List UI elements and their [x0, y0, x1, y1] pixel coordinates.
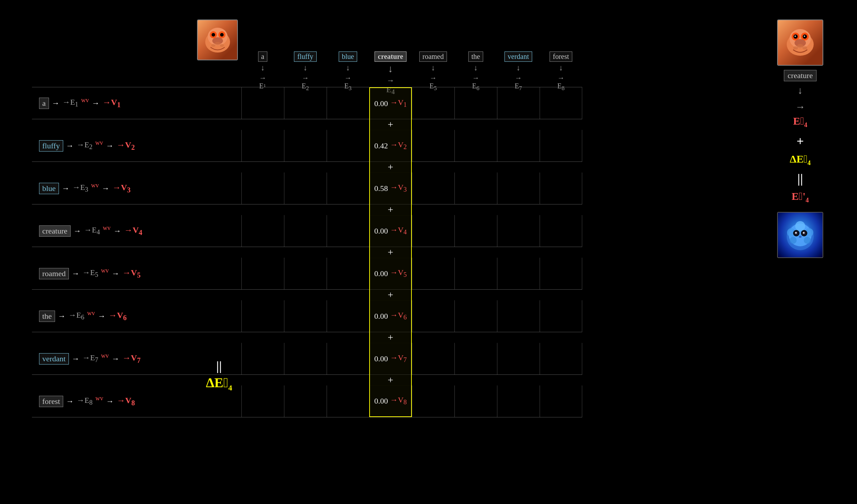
cell-th-col5 — [412, 300, 454, 332]
plus-row-1: + — [32, 119, 582, 130]
cell-cr-col3 — [327, 215, 369, 247]
v-vec-the: →V6 — [109, 311, 127, 322]
right-creature-image — [777, 20, 823, 66]
v-vec-roamed: →V5 — [122, 268, 141, 279]
arrow2-creature: → — [113, 226, 121, 236]
cell-a-col7 — [497, 87, 540, 119]
cell-th-col1 — [241, 300, 284, 332]
cell-a-col8 — [540, 87, 582, 119]
arrow-down-a: ↓ — [261, 63, 265, 72]
row-label-a: a → →E1 wv → →V1 — [32, 87, 241, 119]
table-row: the → →E6 wv → →V6 0.00 →V6 — [32, 300, 582, 332]
svg-point-7 — [215, 42, 220, 45]
cell-fo-col6 — [454, 385, 497, 417]
row-label-the: the → →E6 wv → →V6 — [32, 300, 241, 332]
table-row: blue → →E3 wv → →V3 0.58 →V3 — [32, 172, 582, 204]
cell-ro-col7 — [497, 258, 540, 289]
svg-point-17 — [804, 35, 805, 37]
arrow-down-creature: ↓ — [388, 63, 393, 75]
row-label-roamed: roamed → →E5 wv → →V5 — [32, 258, 241, 289]
wv-creature: wv — [103, 224, 110, 232]
plus-row-5: + — [32, 290, 582, 300]
cell-fl-col8 — [540, 130, 582, 161]
cell-bl-col1 — [241, 172, 284, 204]
cell-cr-col8 — [540, 215, 582, 247]
plus-5: + — [369, 289, 412, 301]
cell-value-creature: 0.00 — [374, 226, 388, 236]
badge-forest: forest — [39, 396, 63, 407]
cell-fo-col7 — [497, 385, 540, 417]
v-vec-blue: →V3 — [113, 183, 131, 194]
cell-value-blue: 0.58 — [374, 184, 388, 193]
row-label-blue: blue → →E3 wv → →V3 — [32, 172, 241, 204]
e-vec-forest: →E8 — [77, 396, 93, 406]
svg-point-28 — [804, 237, 811, 244]
plus-row-2: + — [32, 162, 582, 172]
right-delta-e4: ΔE⃗4 — [790, 153, 811, 167]
right-fluffy-image — [777, 212, 823, 258]
cell-fo-col2 — [284, 385, 327, 417]
wv-verdant: wv — [101, 352, 109, 360]
cell-a-col2 — [284, 87, 327, 119]
plus-4: + — [369, 247, 412, 258]
plus-row-7: + — [32, 375, 582, 385]
cell-bl-col6 — [454, 172, 497, 204]
arrow2-the: → — [98, 312, 106, 321]
right-panel: creature ↓ → E⃗4 + ΔE⃗4 || E⃗'4 — [772, 20, 829, 258]
cell-value-forest: 0.00 — [374, 396, 388, 406]
cell-ve-col1 — [241, 343, 284, 374]
cell-ve-col8 — [540, 343, 582, 374]
plus-row-4: + — [32, 247, 582, 258]
right-e4: → E⃗4 — [793, 100, 807, 130]
arrow-down-blue: ↓ — [346, 63, 350, 72]
cell-a-col5 — [412, 87, 454, 119]
plus-7: + — [369, 374, 412, 386]
cell-bl-col8 — [540, 172, 582, 204]
cell-cr-col1 — [241, 215, 284, 247]
cell-fl-col3 — [327, 130, 369, 161]
right-arrow-down: ↓ — [798, 86, 803, 95]
badge-the: the — [39, 311, 55, 322]
wv-blue: wv — [91, 182, 99, 189]
v-vec-cell-a: →V1 — [390, 98, 407, 109]
cell-value-roamed: 0.00 — [374, 269, 388, 278]
cell-fo-col8 — [540, 385, 582, 417]
arrow-forest: → — [66, 397, 74, 406]
cell-fl-col2 — [284, 130, 327, 161]
cell-ro-col3 — [327, 258, 369, 289]
badge-creature: creature — [39, 225, 71, 237]
cell-th-creature: 0.00 →V6 — [369, 300, 412, 332]
badge-a: a — [39, 98, 49, 109]
cell-cr-col2 — [284, 215, 327, 247]
badge-roamed: roamed — [39, 268, 69, 279]
cell-bl-col7 — [497, 172, 540, 204]
v-vec-verdant: →V7 — [122, 353, 141, 365]
cell-ve-col6 — [454, 343, 497, 374]
cell-fo-col1 — [241, 385, 284, 417]
svg-point-33 — [795, 232, 797, 234]
cell-a-col1 — [241, 87, 284, 119]
row-label-fluffy: fluffy → →E2 wv → →V2 — [32, 130, 241, 161]
svg-point-20 — [793, 46, 798, 50]
e-vec-roamed: →E5 — [82, 268, 98, 279]
v-vec-cell-ve: →V7 — [390, 353, 407, 364]
right-plus: + — [797, 134, 804, 149]
cell-ve-col7 — [497, 343, 540, 374]
arrow-the: → — [58, 312, 66, 321]
svg-point-35 — [799, 236, 802, 238]
cell-th-col7 — [497, 300, 540, 332]
cell-ro-col1 — [241, 258, 284, 289]
svg-point-4 — [212, 33, 215, 37]
main-container: a ↓ →E1 fluffy ↓ →E2 blue ↓ →E3 creature… — [0, 0, 857, 504]
cell-th-col3 — [327, 300, 369, 332]
word-badge-creature: creature — [375, 51, 406, 62]
cell-ve-col5 — [412, 343, 454, 374]
svg-point-21 — [802, 46, 807, 50]
cell-ro-col6 — [454, 258, 497, 289]
cell-fl-col7 — [497, 130, 540, 161]
cell-fo-col5 — [412, 385, 454, 417]
cell-th-col6 — [454, 300, 497, 332]
cell-th-col2 — [284, 300, 327, 332]
svg-point-5 — [220, 33, 224, 37]
cell-a-col6 — [454, 87, 497, 119]
